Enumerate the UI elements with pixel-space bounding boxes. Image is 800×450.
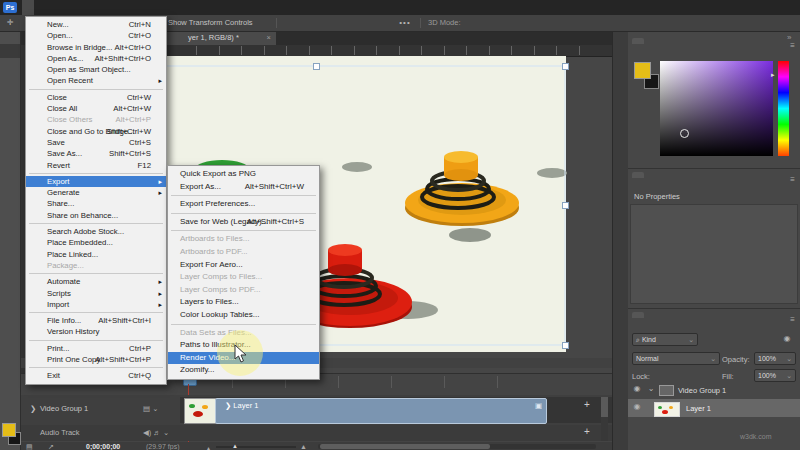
add-video-track-button[interactable]: + <box>584 399 590 410</box>
path-select-tool[interactable] <box>0 302 20 316</box>
clone-stamp-tool[interactable] <box>0 181 20 195</box>
transform-handle[interactable] <box>313 63 320 70</box>
hue-slider[interactable] <box>778 61 789 156</box>
color-field-cursor[interactable] <box>680 129 689 138</box>
clip-thumbnail[interactable] <box>184 398 216 424</box>
item-libraries[interactable] <box>660 172 672 178</box>
foreground-color-swatch[interactable] <box>634 62 651 79</box>
item-new[interactable]: New... Ctrl+N <box>26 19 166 30</box>
item-patterns[interactable] <box>674 38 686 44</box>
frames-toggle-icon[interactable]: ▤ <box>26 442 33 450</box>
item-layers[interactable] <box>632 312 644 318</box>
item-data-sets-as-files[interactable]: Data Sets as Files... <box>168 327 319 340</box>
transform-handle[interactable] <box>562 342 569 349</box>
zoom-tool[interactable] <box>0 348 20 362</box>
item-search-adobe-stock[interactable]: Search Adobe Stock... <box>26 226 166 237</box>
crop-tool[interactable] <box>0 105 20 119</box>
layer-name[interactable]: Layer 1 <box>686 404 711 413</box>
item-automate[interactable]: Automate ▸ <box>26 276 166 287</box>
healing-brush-tool[interactable] <box>0 150 20 164</box>
tab-close-icon[interactable]: × <box>267 31 271 45</box>
item-adjustments[interactable] <box>646 172 658 178</box>
item-channels[interactable] <box>646 312 658 318</box>
item-artboards-to-pdf[interactable]: Artboards to PDF... <box>168 246 319 259</box>
item-window[interactable] <box>130 0 142 15</box>
eyedropper-tool[interactable] <box>0 135 20 149</box>
item-gradients[interactable] <box>660 38 672 44</box>
chevron-right-icon[interactable]: ❯ <box>30 404 36 413</box>
item-layer-comps-to-files[interactable]: Layer Comps to Files... <box>168 271 319 284</box>
item-help[interactable] <box>142 0 154 15</box>
zoom-out-mountain-icon[interactable]: ▲ <box>206 444 211 450</box>
video-track-label[interactable]: Video Group 1 <box>40 404 88 413</box>
item-paths[interactable] <box>660 312 672 318</box>
item-print[interactable]: Print... Ctrl+P <box>26 343 166 354</box>
item-place-linked[interactable]: Place Linked... <box>26 249 166 260</box>
item-export[interactable]: Export ▸ <box>26 176 166 187</box>
item-filter[interactable] <box>94 0 106 15</box>
transform-handle[interactable] <box>562 202 569 209</box>
brush-tool[interactable] <box>0 166 20 180</box>
item-close-others[interactable]: Close Others Alt+Ctrl+P <box>26 114 166 125</box>
item-generate[interactable]: Generate ▸ <box>26 187 166 198</box>
opacity-select[interactable]: 100% ⌄ <box>754 352 796 365</box>
layer-row-selected[interactable]: ◉ Layer 1 <box>628 399 800 417</box>
edit-toolbar-icon[interactable] <box>0 363 20 377</box>
item-open-recent[interactable]: Open Recent ▸ <box>26 75 166 86</box>
film-select-icon[interactable]: ▤ ⌄ <box>143 404 158 413</box>
item-close-and-go-to-bridge[interactable]: Close and Go to Bridge... Shift+Ctrl+W <box>26 126 166 137</box>
color-field[interactable] <box>660 61 773 156</box>
item-file-info[interactable]: File Info... Alt+Shift+Ctrl+I <box>26 315 166 326</box>
item-share-on-behance[interactable]: Share on Behance... <box>26 210 166 221</box>
quick-selection-tool[interactable] <box>0 90 20 104</box>
timeline-vertical-scrollbar[interactable] <box>601 397 608 441</box>
item-image[interactable] <box>46 0 58 15</box>
item-render-video[interactable]: Render Video... <box>168 352 319 365</box>
item-browse-in-bridge[interactable]: Browse in Bridge... Alt+Ctrl+O <box>26 42 166 53</box>
item-swatches[interactable] <box>646 38 658 44</box>
item-quick-export-as-png[interactable]: Quick Export as PNG <box>168 168 319 181</box>
layer-thumbnail[interactable] <box>654 402 680 417</box>
audio-track-label[interactable]: Audio Track <box>40 428 80 437</box>
item-view[interactable] <box>118 0 130 15</box>
timeline-flyout-icon[interactable]: ↗ <box>48 442 54 450</box>
item-scripts[interactable]: Scripts ▸ <box>26 288 166 299</box>
item-paths-to-illustrator[interactable]: Paths to Illustrator... <box>168 339 319 352</box>
gradient-tool[interactable] <box>0 226 20 240</box>
item-version-history[interactable]: Version History <box>26 326 166 337</box>
show-transform-controls-label[interactable]: Show Transform Controls <box>168 15 253 31</box>
pen-tool[interactable] <box>0 272 20 286</box>
item-open-as[interactable]: Open As... Alt+Shift+Ctrl+O <box>26 53 166 64</box>
item-revert[interactable]: Revert F12 <box>26 160 166 171</box>
item-export-as[interactable]: Export As... Alt+Shift+Ctrl+W <box>168 181 319 194</box>
item-properties[interactable] <box>632 172 644 178</box>
chevron-down-icon[interactable]: ⌄ <box>644 384 658 393</box>
item-exit[interactable]: Exit Ctrl+Q <box>26 370 166 381</box>
item-export-preferences[interactable]: Export Preferences... <box>168 198 319 211</box>
item-color[interactable] <box>632 38 644 44</box>
fill-select[interactable]: 100% ⌄ <box>754 369 796 382</box>
zoom-slider-thumb[interactable]: ▲ <box>232 442 238 450</box>
rectangle-tool[interactable] <box>0 318 20 332</box>
item-color-lookup-tables[interactable]: Color Lookup Tables... <box>168 309 319 322</box>
panel-menu-icon[interactable]: ≡ <box>790 315 795 324</box>
history-brush-tool[interactable] <box>0 196 20 210</box>
layer-filter-select[interactable]: ⌕ Kind ⌄ <box>632 333 698 346</box>
scrollbar-thumb[interactable] <box>601 397 608 417</box>
item-layer[interactable] <box>58 0 70 15</box>
scrollbar-thumb[interactable] <box>320 444 490 449</box>
type-tool[interactable] <box>0 287 20 301</box>
audio-select-icon[interactable]: ◀) ♬ ⌄ <box>143 428 169 437</box>
item-file[interactable] <box>22 0 34 15</box>
item-close-all[interactable]: Close All Alt+Ctrl+W <box>26 103 166 114</box>
item-print-one-copy[interactable]: Print One Copy Alt+Shift+Ctrl+P <box>26 354 166 365</box>
eraser-tool[interactable] <box>0 211 20 225</box>
visibility-eye-icon[interactable]: ◉ <box>630 402 644 411</box>
marquee-tool[interactable] <box>0 59 20 73</box>
swap-colors-icon[interactable] <box>0 378 20 392</box>
item-layers-to-files[interactable]: Layers to Files... <box>168 296 319 309</box>
transform-handle[interactable] <box>562 63 569 70</box>
item-save-as[interactable]: Save As... Shift+Ctrl+S <box>26 148 166 159</box>
frame-tool[interactable] <box>0 120 20 134</box>
video-group-name[interactable]: Video Group 1 <box>678 386 726 395</box>
